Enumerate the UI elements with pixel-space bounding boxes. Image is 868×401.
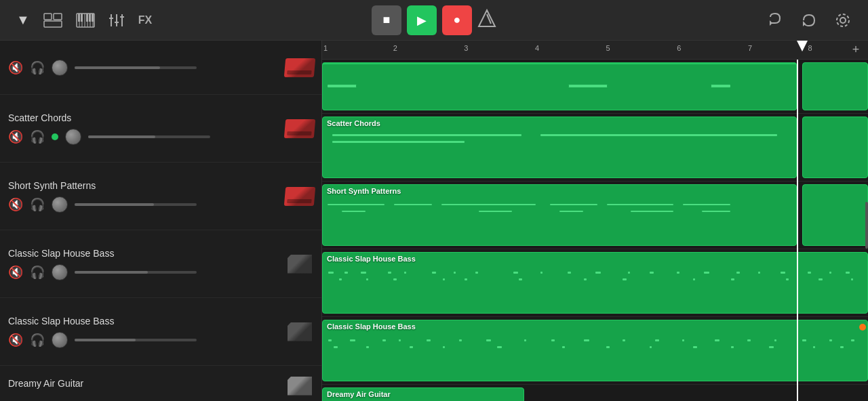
pan-knob[interactable] <box>52 264 68 280</box>
loop-button[interactable] <box>797 9 821 32</box>
note-dot <box>655 339 659 341</box>
note-dot <box>339 278 342 280</box>
note-dot <box>432 272 436 274</box>
dreamy-guitar-clip[interactable]: Dreamy Air Guitar <box>322 387 524 401</box>
clip[interactable] <box>802 117 868 178</box>
dropdown-icon: ▼ <box>16 12 30 28</box>
track-lane[interactable]: Classic Slap House Bass <box>322 317 868 385</box>
short-synth-clip[interactable]: Short Synth Patterns <box>322 184 797 246</box>
undo-button[interactable] <box>764 9 787 32</box>
timeline[interactable]: 1 2 3 4 5 6 7 8 + <box>322 41 868 401</box>
mute-icon[interactable]: 🔇 <box>8 333 23 347</box>
track-lane[interactable]: Dreamy Air Guitar <box>322 385 868 401</box>
pan-knob[interactable] <box>52 332 68 348</box>
volume-slider[interactable] <box>88 135 210 138</box>
note-dot <box>361 272 366 274</box>
note-dot <box>769 346 774 348</box>
piano-roll-button[interactable] <box>73 10 98 30</box>
metronome-button[interactable] <box>477 9 496 32</box>
headphones-icon[interactable]: 🎧 <box>30 60 45 75</box>
play-icon: ▶ <box>417 13 427 28</box>
note-dot <box>818 278 823 280</box>
play-button[interactable]: ▶ <box>407 5 437 35</box>
svg-rect-13 <box>89 14 91 22</box>
fx-button[interactable]: FX <box>136 12 155 29</box>
note-dot <box>459 339 462 341</box>
ruler-marks: 1 2 3 4 5 6 7 8 <box>322 41 868 59</box>
stop-button[interactable]: ■ <box>372 5 401 35</box>
note-line <box>332 141 465 143</box>
playhead-ruler-marker <box>797 41 808 51</box>
track-name: Classic Slap House Bass <box>8 316 313 326</box>
record-button[interactable]: ● <box>442 5 472 35</box>
mute-icon[interactable]: 🔇 <box>8 129 23 144</box>
note-line <box>394 204 432 205</box>
note-dot <box>404 272 406 274</box>
volume-slider[interactable] <box>75 339 197 341</box>
note-dot <box>454 272 456 274</box>
note-dot <box>747 339 751 341</box>
piano-icon <box>76 13 95 28</box>
note-dot <box>344 272 348 274</box>
mute-icon[interactable]: 🔇 <box>8 197 23 212</box>
pan-knob[interactable] <box>52 60 68 76</box>
track-controls: 🔇 🎧 <box>8 60 313 76</box>
track-item: 🔇 🎧 <box>0 41 321 95</box>
scatter-chords-clip[interactable]: Scatter Chords <box>322 117 797 178</box>
headphones-icon[interactable]: 🎧 <box>30 197 45 212</box>
note-dot <box>427 339 431 341</box>
clip[interactable] <box>802 62 868 110</box>
headphones-icon[interactable]: 🎧 <box>30 333 45 347</box>
slap-bass-clip-2[interactable]: Classic Slap House Bass <box>322 320 868 381</box>
track-lane[interactable] <box>322 60 868 114</box>
mute-icon[interactable]: 🔇 <box>8 265 23 280</box>
note-dot <box>606 346 610 348</box>
note-dot <box>802 339 806 341</box>
note-dot <box>758 272 760 274</box>
track-lane[interactable]: Scatter Chords <box>322 114 868 182</box>
ruler-mark-5: 5 <box>606 44 610 52</box>
headphones-icon[interactable]: 🎧 <box>30 129 45 144</box>
note-dot <box>650 272 654 274</box>
orange-indicator <box>859 324 866 331</box>
arranger-view-button[interactable] <box>41 10 65 30</box>
note-dot <box>443 278 445 280</box>
toolbar-right <box>764 9 854 32</box>
track-item: Scatter Chords 🔇 🎧 <box>0 95 321 163</box>
note-dot <box>715 339 719 341</box>
ruler-mark-4: 4 <box>535 44 539 52</box>
note-dot <box>677 272 679 274</box>
note-dot <box>851 278 853 280</box>
volume-slider[interactable] <box>75 203 197 206</box>
note-dot <box>497 346 502 348</box>
svg-rect-10 <box>78 14 80 22</box>
clip[interactable] <box>322 62 797 110</box>
headphones-icon[interactable]: 🎧 <box>30 265 45 280</box>
note-line <box>607 85 711 87</box>
track-name: Scatter Chords <box>8 112 313 123</box>
dropdown-button[interactable]: ▼ <box>14 9 33 30</box>
note-dot <box>366 278 368 280</box>
pan-knob[interactable] <box>65 129 81 145</box>
ruler-mark-2: 2 <box>393 44 397 52</box>
slap-bass-clip-1[interactable]: Classic Slap House Bass <box>322 252 868 314</box>
pan-knob[interactable] <box>52 196 68 213</box>
ruler-mark-1: 1 <box>323 44 328 52</box>
track-controls: 🔇 🎧 <box>8 129 313 145</box>
note-dot <box>551 339 555 341</box>
mixer-button[interactable] <box>106 10 127 30</box>
clip[interactable] <box>802 184 868 246</box>
instrument-icon <box>283 375 316 397</box>
track-lane[interactable]: Short Synth Patterns <box>322 182 868 249</box>
settings-button[interactable] <box>831 9 854 32</box>
volume-slider[interactable] <box>75 271 197 274</box>
add-track-button[interactable]: + <box>849 43 863 57</box>
note-dot <box>443 346 445 348</box>
volume-slider[interactable] <box>75 66 197 69</box>
note-dot <box>328 339 332 341</box>
note-dot <box>475 272 478 274</box>
track-name: Classic Slap House Bass <box>8 248 313 259</box>
mute-icon[interactable]: 🔇 <box>8 60 23 75</box>
note-line <box>479 211 512 212</box>
track-lane[interactable]: Classic Slap House Bass <box>322 249 868 317</box>
